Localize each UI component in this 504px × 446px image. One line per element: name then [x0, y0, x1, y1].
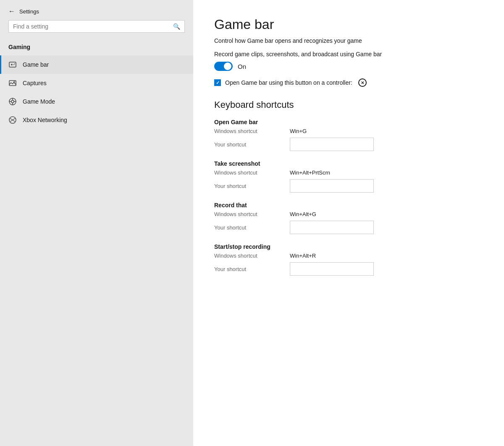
- sidebar-item-captures[interactable]: Captures: [0, 74, 193, 92]
- windows-shortcut-value-1: Win+Alt+PrtScrn: [290, 170, 330, 176]
- keyboard-shortcuts-title: Keyboard shortcuts: [214, 99, 483, 110]
- your-shortcut-label-2: Your shortcut: [214, 224, 281, 231]
- search-box[interactable]: 🔍: [8, 20, 185, 33]
- your-shortcut-input-3[interactable]: [290, 262, 374, 276]
- toggle-state-label: On: [238, 63, 246, 70]
- section-title: Gaming: [0, 41, 193, 55]
- your-shortcut-label-1: Your shortcut: [214, 183, 281, 189]
- windows-shortcut-label-2: Windows shortcut: [214, 211, 281, 217]
- back-arrow-icon: ←: [8, 8, 15, 15]
- shortcut-group-open-game-bar: Open Game bar Windows shortcut Win+G You…: [214, 119, 483, 151]
- shortcut-windows-row-1: Windows shortcut Win+Alt+PrtScrn: [214, 170, 483, 176]
- game-bar-icon: [8, 60, 17, 69]
- sidebar-item-xbox-networking[interactable]: Xbox Networking: [0, 111, 193, 129]
- game-mode-icon: [8, 97, 17, 106]
- your-shortcut-input-1[interactable]: [290, 179, 374, 193]
- sidebar-item-game-bar[interactable]: Game bar: [0, 55, 193, 74]
- back-button[interactable]: ← Settings: [0, 0, 193, 20]
- shortcut-your-row-3: Your shortcut: [214, 262, 483, 276]
- windows-shortcut-value-3: Win+Alt+R: [290, 253, 316, 259]
- sidebar-item-game-mode[interactable]: Game Mode: [0, 92, 193, 111]
- search-icon: 🔍: [173, 23, 180, 30]
- shortcut-title-2: Record that: [214, 202, 483, 209]
- svg-point-3: [13, 64, 14, 65]
- game-bar-label: Game bar: [23, 61, 49, 68]
- shortcut-windows-row-2: Windows shortcut Win+Alt+G: [214, 211, 483, 217]
- settings-label: Settings: [19, 8, 39, 15]
- captures-label: Captures: [23, 80, 47, 86]
- main-content: Game bar Control how Game bar opens and …: [193, 0, 504, 446]
- windows-shortcut-label-3: Windows shortcut: [214, 253, 281, 259]
- shortcut-group-record-that: Record that Windows shortcut Win+Alt+G Y…: [214, 202, 483, 234]
- your-shortcut-label-3: Your shortcut: [214, 266, 281, 272]
- windows-shortcut-label-1: Windows shortcut: [214, 170, 281, 176]
- shortcut-your-row-0: Your shortcut: [214, 138, 483, 151]
- game-bar-toggle[interactable]: [214, 62, 233, 71]
- search-input[interactable]: [13, 23, 170, 30]
- shortcut-windows-row-3: Windows shortcut Win+Alt+R: [214, 253, 483, 259]
- your-shortcut-input-0[interactable]: [290, 138, 374, 151]
- windows-shortcut-value-2: Win+Alt+G: [290, 211, 316, 217]
- page-description: Control how Game bar opens and recognize…: [214, 37, 483, 44]
- svg-point-4: [14, 63, 15, 64]
- toggle-knob: [224, 63, 231, 70]
- shortcut-group-take-screenshot: Take screenshot Windows shortcut Win+Alt…: [214, 160, 483, 193]
- shortcut-title-0: Open Game bar: [214, 119, 483, 125]
- your-shortcut-label-0: Your shortcut: [214, 141, 281, 148]
- controller-checkbox[interactable]: ✓: [214, 79, 221, 86]
- controller-checkbox-row: ✓ Open Game bar using this button on a c…: [214, 78, 483, 87]
- svg-point-8: [11, 100, 14, 103]
- xbox-networking-icon: [8, 116, 17, 124]
- toggle-description: Record game clips, screenshots, and broa…: [214, 51, 483, 57]
- shortcut-title-1: Take screenshot: [214, 160, 483, 167]
- windows-shortcut-value-0: Win+G: [290, 128, 307, 134]
- windows-shortcut-label-0: Windows shortcut: [214, 128, 281, 134]
- xbox-networking-label: Xbox Networking: [23, 117, 67, 123]
- your-shortcut-input-2[interactable]: [290, 221, 374, 234]
- xbox-button-icon: ✕: [358, 78, 367, 87]
- svg-point-6: [14, 81, 15, 83]
- captures-icon: [8, 79, 17, 87]
- toggle-row: On: [214, 62, 483, 71]
- shortcut-group-start-stop: Start/stop recording Windows shortcut Wi…: [214, 243, 483, 276]
- shortcut-your-row-2: Your shortcut: [214, 221, 483, 234]
- checkmark-icon: ✓: [216, 80, 220, 86]
- controller-checkbox-label: Open Game bar using this button on a con…: [225, 79, 352, 86]
- page-title: Game bar: [214, 17, 483, 32]
- shortcut-title-3: Start/stop recording: [214, 243, 483, 250]
- shortcut-your-row-1: Your shortcut: [214, 179, 483, 193]
- game-mode-label: Game Mode: [23, 98, 55, 105]
- shortcut-windows-row-0: Windows shortcut Win+G: [214, 128, 483, 134]
- sidebar: ← Settings 🔍 Gaming Game bar: [0, 0, 193, 446]
